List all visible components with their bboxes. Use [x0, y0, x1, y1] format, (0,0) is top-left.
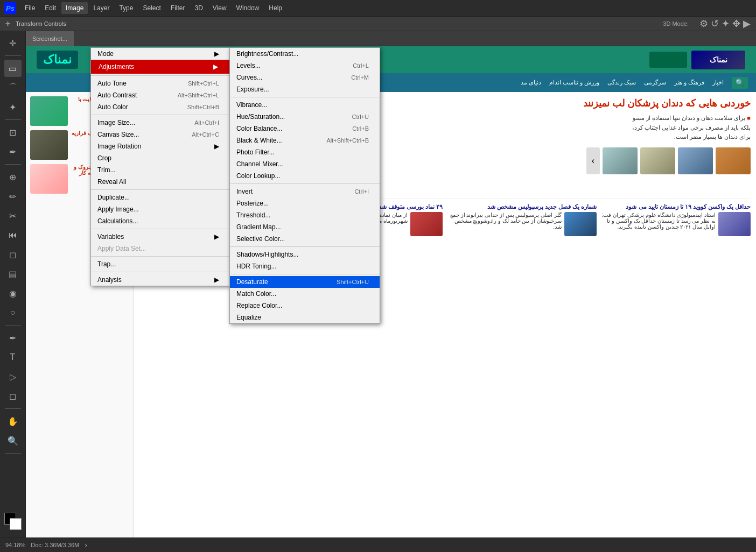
- dodge-tool[interactable]: ○: [4, 304, 22, 321]
- heal-tool[interactable]: ⊕: [4, 168, 22, 186]
- crop-tool[interactable]: ⊡: [4, 124, 22, 141]
- pen-tool[interactable]: ✒: [4, 329, 22, 346]
- eyedropper-tool[interactable]: ✒: [4, 143, 22, 160]
- nav-lifestyle[interactable]: سبک زندگی: [607, 79, 636, 86]
- menu-window[interactable]: Window: [232, 2, 264, 14]
- menu-photo-filter[interactable]: Photo Filter...: [230, 146, 380, 158]
- menu-equalize[interactable]: Equalize: [230, 312, 380, 323]
- calculations-label: Calculations...: [97, 217, 138, 225]
- marquee-tool[interactable]: ▭: [4, 60, 22, 77]
- menu-shadows-highlights[interactable]: Shadows/Highlights...: [230, 249, 380, 260]
- menu-item-duplicate[interactable]: Duplicate...: [91, 192, 230, 203]
- foreground-color[interactable]: [4, 513, 22, 530]
- menu-edit[interactable]: Edit: [40, 2, 60, 14]
- match-color-label: Match Color...: [236, 290, 276, 298]
- hdr-toning-label: HDR Toning...: [236, 263, 276, 270]
- menu-black-white[interactable]: Black & White... Alt+Shift+Ctrl+B: [230, 135, 380, 146]
- menu-item-imagerotation[interactable]: Image Rotation ▶: [91, 140, 230, 152]
- magic-wand-tool[interactable]: ✦: [4, 98, 22, 116]
- nav-entertainment[interactable]: سرگرمی: [644, 79, 666, 86]
- menu-item-autocolor[interactable]: Auto Color Shift+Ctrl+B: [91, 101, 230, 113]
- menu-view[interactable]: View: [208, 2, 231, 14]
- brush-tool[interactable]: ✏: [4, 188, 22, 205]
- channel-mixer-label: Channel Mixer...: [236, 160, 283, 168]
- equalize-label: Equalize: [236, 314, 261, 321]
- nav-culture[interactable]: فرهنگ و هنر: [674, 79, 704, 86]
- eraser-tool[interactable]: ◻: [4, 246, 22, 263]
- document-tab[interactable]: Screenshot...: [26, 31, 74, 46]
- thumb-nav-arrow[interactable]: ›: [586, 147, 600, 174]
- menu-desaturate[interactable]: Desaturate Shift+Ctrl+U: [230, 276, 380, 288]
- menu-adjustments-label: Adjustments: [99, 63, 134, 70]
- sidebar-thumb-1: [30, 96, 68, 126]
- invert-shortcut: Ctrl+I: [354, 188, 369, 195]
- menu-item-variables[interactable]: Variables ▶: [91, 231, 230, 243]
- text-tool[interactable]: T: [4, 349, 22, 366]
- search-box[interactable]: 🔍: [732, 77, 748, 89]
- nav-sport[interactable]: ورزش و تناسب اندام: [549, 79, 599, 86]
- menu-hdr-toning[interactable]: HDR Toning...: [230, 260, 380, 272]
- move-tool[interactable]: ✛: [4, 34, 22, 52]
- nav-news[interactable]: اخبار: [712, 79, 724, 86]
- menu-gradient-map[interactable]: Gradient Map...: [230, 221, 380, 233]
- history-tool[interactable]: ⏮: [4, 227, 22, 244]
- news-4: حداقل یک واکسن کووید ۱۹ تا زمستان تایید …: [601, 203, 751, 236]
- menu-image[interactable]: Image: [61, 2, 88, 14]
- blur-tool[interactable]: ◉: [4, 285, 22, 302]
- menu-color-lookup[interactable]: Color Lookup...: [230, 170, 380, 182]
- news-text-3: گلر اصلی پرسپولیس پس از جدایی بیرانوند ا…: [447, 212, 562, 230]
- hand-tool[interactable]: ✋: [4, 413, 22, 430]
- image-rotation-label: Image Rotation: [97, 143, 141, 150]
- menu-filter[interactable]: Filter: [166, 2, 190, 14]
- menu-item-mode[interactable]: Mode ▶: [91, 48, 230, 60]
- menu-threshold[interactable]: Threshold...: [230, 209, 380, 221]
- menu-item-applydataset[interactable]: Apply Data Set...: [91, 243, 230, 254]
- menu-item-calculations[interactable]: Calculations...: [91, 215, 230, 227]
- lasso-tool[interactable]: ⌒: [4, 79, 22, 96]
- clone-tool[interactable]: ✂: [4, 207, 22, 224]
- menu-replace-color[interactable]: Replace Color...: [230, 300, 380, 312]
- menu-item-trap[interactable]: Trap...: [91, 258, 230, 270]
- menu-item-autocontrast[interactable]: Auto Contrast Alt+Shift+Ctrl+L: [91, 89, 230, 101]
- menu-item-autotone[interactable]: Auto Tone Shift+Ctrl+L: [91, 77, 230, 89]
- hue-saturation-label: Hue/Saturation...: [236, 113, 285, 121]
- menu-curves[interactable]: Curves... Ctrl+M: [230, 72, 380, 83]
- menu-invert[interactable]: Invert Ctrl+I: [230, 186, 380, 197]
- menu-item-analysis[interactable]: Analysis ▶: [91, 274, 230, 286]
- menu-select[interactable]: Select: [138, 2, 165, 14]
- shape-tool[interactable]: ◻: [4, 387, 22, 405]
- menu-vibrance[interactable]: Vibrance...: [230, 99, 380, 111]
- menu-help[interactable]: Help: [264, 2, 286, 14]
- sep-1: [91, 75, 230, 76]
- desaturate-shortcut: Shift+Ctrl+U: [337, 279, 369, 285]
- menu-levels[interactable]: Levels... Ctrl+L: [230, 60, 380, 72]
- menu-item-crop[interactable]: Crop: [91, 152, 230, 164]
- menu-item-applyimage[interactable]: Apply Image...: [91, 203, 230, 215]
- menu-item-canvassize[interactable]: Canvas Size... Alt+Ctrl+C: [91, 129, 230, 140]
- menu-item-trim[interactable]: Trim...: [91, 164, 230, 176]
- menu-adjustments-arrow: ▶: [213, 63, 218, 70]
- menu-type[interactable]: Type: [115, 2, 137, 14]
- zoom-tool[interactable]: 🔍: [4, 432, 22, 449]
- menu-3d[interactable]: 3D: [190, 2, 207, 14]
- nav-arrow[interactable]: ›: [85, 541, 87, 549]
- news-img-2: [410, 212, 443, 236]
- menu-hue-saturation[interactable]: Hue/Saturation... Ctrl+U: [230, 111, 380, 123]
- desaturate-label: Desaturate: [236, 278, 268, 286]
- path-tool[interactable]: ▷: [4, 368, 22, 385]
- menu-color-balance[interactable]: Color Balance... Ctrl+B: [230, 123, 380, 135]
- menu-item-revealall[interactable]: Reveal All: [91, 176, 230, 188]
- menu-brightness-contrast[interactable]: Brightness/Contrast...: [230, 48, 380, 60]
- gradient-tool[interactable]: ▤: [4, 265, 22, 282]
- menu-channel-mixer[interactable]: Channel Mixer...: [230, 158, 380, 170]
- menu-item-adjustments[interactable]: Adjustments ▶: [91, 60, 230, 74]
- menu-layer[interactable]: Layer: [89, 2, 114, 14]
- menu-selective-color[interactable]: Selective Color...: [230, 233, 380, 245]
- nav-fashion[interactable]: دنیای مد: [521, 79, 541, 86]
- menu-exposure[interactable]: Exposure...: [230, 83, 380, 95]
- menu-match-color[interactable]: Match Color...: [230, 288, 380, 300]
- menu-posterize[interactable]: Posterize...: [230, 197, 380, 209]
- menu-file[interactable]: File: [20, 2, 39, 14]
- sidebar-thumb-2: [30, 130, 68, 160]
- menu-item-imagesize[interactable]: Image Size... Alt+Ctrl+I: [91, 117, 230, 129]
